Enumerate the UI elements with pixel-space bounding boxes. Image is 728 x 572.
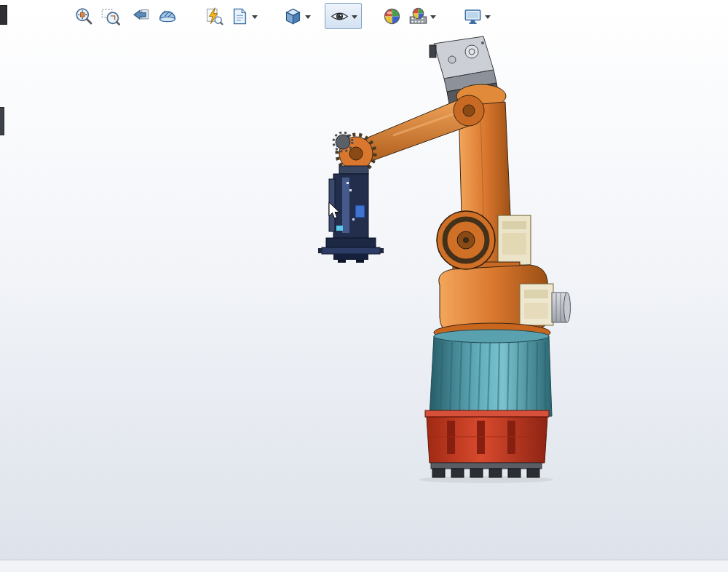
section-view-button[interactable]: [154, 4, 179, 28]
zoom-to-fit-icon: [74, 7, 94, 26]
status-bar: [0, 560, 728, 572]
orientation-cube-icon: [283, 7, 303, 26]
dropdown-arrow-icon[interactable]: [252, 15, 258, 19]
previous-view-button[interactable]: [128, 4, 153, 28]
viewport-background: [0, 0, 728, 572]
dropdown-arrow-icon[interactable]: [430, 15, 436, 19]
eye-icon: [330, 7, 349, 26]
view-settings-button[interactable]: [460, 4, 485, 28]
viewport-3d[interactable]: [0, 0, 728, 572]
dropdown-arrow-icon[interactable]: [352, 15, 357, 19]
left-panel-edge-tab[interactable]: [0, 5, 7, 25]
hide-show-items-group: [325, 3, 362, 29]
zoom-to-area-icon: [100, 7, 120, 26]
previous-view-icon: [131, 7, 151, 26]
zoom-to-area-button[interactable]: [98, 4, 122, 28]
section-view-icon: [157, 7, 177, 26]
apply-scene-button[interactable]: [405, 4, 430, 28]
robot-axis2-joint: [437, 211, 495, 269]
appearance-sphere-icon: [382, 7, 402, 26]
zoom-to-fit-button[interactable]: [71, 4, 96, 28]
annotation-lightning-icon: [204, 7, 223, 26]
edit-appearance-button[interactable]: [379, 4, 404, 28]
monitor-icon: [463, 7, 483, 26]
left-panel-edge-tab-2[interactable]: [0, 107, 4, 135]
heads-up-view-toolbar: [71, 3, 493, 29]
red-base: [425, 410, 549, 463]
pedestal: [430, 323, 552, 416]
dynamic-annotation-button[interactable]: [201, 4, 226, 28]
dropdown-arrow-icon[interactable]: [305, 15, 311, 19]
robot-side-panel: [498, 215, 531, 265]
drawing-view-button[interactable]: [227, 4, 252, 28]
dropdown-arrow-icon[interactable]: [485, 15, 491, 19]
scene-sphere-icon: [408, 7, 428, 26]
hide-show-items-button[interactable]: [327, 4, 352, 28]
view-orientation-button[interactable]: [280, 4, 305, 28]
drawing-view-page-icon: [230, 7, 250, 26]
